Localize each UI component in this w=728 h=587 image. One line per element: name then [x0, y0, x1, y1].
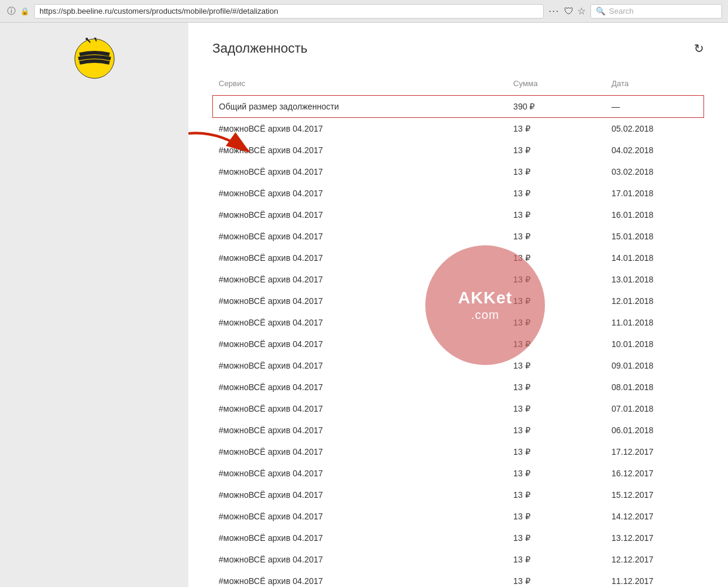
row-date: 10.01.2018: [605, 333, 703, 355]
browser-nav-icons: ⓘ 🔒: [6, 6, 29, 17]
row-amount: 13 ₽: [507, 355, 605, 376]
row-service: #можноВСЁ архив 04.2017: [213, 118, 508, 140]
table-row: #можноВСЁ архив 04.201713 ₽11.01.2018: [213, 312, 704, 333]
row-date: 12.01.2018: [605, 290, 703, 312]
row-service: #можноВСЁ архив 04.2017: [213, 441, 508, 463]
header-date: Дата: [605, 74, 703, 96]
row-amount: 13 ₽: [507, 118, 605, 140]
row-date: 15.12.2017: [605, 484, 703, 506]
row-service: #можноВСЁ архив 04.2017: [213, 333, 508, 355]
table-row: #можноВСЁ архив 04.201713 ₽17.01.2018: [213, 183, 704, 204]
row-amount: 13 ₽: [507, 161, 605, 183]
row-amount: 13 ₽: [507, 226, 605, 247]
row-date: 03.02.2018: [605, 161, 703, 183]
page-layout: Задолженность ↻ Сервис Сумма Дата Общий …: [0, 23, 728, 587]
header-service: Сервис: [213, 74, 508, 96]
sidebar: [0, 23, 188, 587]
row-date: 17.12.2017: [605, 441, 703, 463]
row-amount: 13 ₽: [507, 419, 605, 441]
table-row: #можноВСЁ архив 04.201713 ₽04.02.2018: [213, 139, 704, 161]
row-amount: 13 ₽: [507, 463, 605, 484]
row-service: #можноВСЁ архив 04.2017: [213, 312, 508, 333]
refresh-button[interactable]: ↻: [694, 41, 704, 56]
row-date: 06.01.2018: [605, 419, 703, 441]
row-date: 14.01.2018: [605, 247, 703, 269]
row-service: #можноВСЁ архив 04.2017: [213, 226, 508, 247]
row-service: #можноВСЁ архив 04.2017: [213, 183, 508, 204]
header-amount: Сумма: [507, 74, 605, 96]
row-date: 07.01.2018: [605, 398, 703, 419]
row-service: #можноВСЁ архив 04.2017: [213, 570, 508, 587]
total-amount: 390 ₽: [507, 96, 605, 118]
row-date: 11.12.2017: [605, 570, 703, 587]
svg-point-2: [86, 38, 88, 40]
table-row: #можноВСЁ архив 04.201713 ₽08.01.2018: [213, 376, 704, 398]
lock-icon: 🔒: [20, 7, 29, 16]
row-amount: 13 ₽: [507, 570, 605, 587]
table-row: #можноВСЁ архив 04.201713 ₽16.12.2017: [213, 463, 704, 484]
row-service: #можноВСЁ архив 04.2017: [213, 527, 508, 549]
row-service: #можноВСЁ архив 04.2017: [213, 398, 508, 419]
row-amount: 13 ₽: [507, 312, 605, 333]
table-row: #можноВСЁ архив 04.201713 ₽11.12.2017: [213, 570, 704, 587]
row-date: 13.12.2017: [605, 527, 703, 549]
table-row: #можноВСЁ архив 04.201713 ₽14.12.2017: [213, 506, 704, 527]
table-row: #можноВСЁ архив 04.201713 ₽17.12.2017: [213, 441, 704, 463]
address-bar[interactable]: https://spb.beeline.ru/customers/product…: [34, 4, 544, 19]
total-service: Общий размер задолженности: [213, 96, 508, 118]
row-amount: 13 ₽: [507, 247, 605, 269]
row-amount: 13 ₽: [507, 290, 605, 312]
table-row: #можноВСЁ архив 04.201713 ₽03.02.2018: [213, 161, 704, 183]
shield-icon: 🛡: [564, 6, 574, 17]
row-service: #можноВСЁ архив 04.2017: [213, 484, 508, 506]
row-amount: 13 ₽: [507, 484, 605, 506]
row-amount: 13 ₽: [507, 549, 605, 570]
page-title: Задолженность: [212, 41, 307, 56]
beeline-logo: [71, 35, 118, 83]
row-service: #можноВСЁ архив 04.2017: [213, 204, 508, 226]
row-service: #можноВСЁ архив 04.2017: [213, 139, 508, 161]
search-placeholder: Search: [609, 7, 633, 16]
table-row: #можноВСЁ архив 04.201713 ₽10.01.2018: [213, 333, 704, 355]
row-service: #можноВСЁ архив 04.2017: [213, 463, 508, 484]
table-row: #можноВСЁ архив 04.201713 ₽15.12.2017: [213, 484, 704, 506]
row-amount: 13 ₽: [507, 527, 605, 549]
row-amount: 13 ₽: [507, 204, 605, 226]
row-date: 12.12.2017: [605, 549, 703, 570]
row-service: #можноВСЁ архив 04.2017: [213, 549, 508, 570]
row-amount: 13 ₽: [507, 398, 605, 419]
row-amount: 13 ₽: [507, 269, 605, 290]
row-service: #можноВСЁ архив 04.2017: [213, 161, 508, 183]
row-date: 14.12.2017: [605, 506, 703, 527]
info-icon: ⓘ: [6, 6, 17, 17]
url-text: https://spb.beeline.ru/customers/product…: [39, 7, 278, 16]
row-service: #можноВСЁ архив 04.2017: [213, 247, 508, 269]
row-amount: 13 ₽: [507, 139, 605, 161]
row-date: 13.01.2018: [605, 269, 703, 290]
total-row: Общий размер задолженности 390 ₽ —: [213, 96, 704, 118]
table-row: #можноВСЁ архив 04.201713 ₽07.01.2018: [213, 398, 704, 419]
bookmark-icons: 🛡 ☆: [564, 5, 586, 17]
row-service: #можноВСЁ архив 04.2017: [213, 269, 508, 290]
row-date: 11.01.2018: [605, 312, 703, 333]
table-body: Общий размер задолженности 390 ₽ — #можн…: [213, 96, 704, 588]
row-date: 17.01.2018: [605, 183, 703, 204]
row-service: #можноВСЁ архив 04.2017: [213, 376, 508, 398]
row-date: 16.12.2017: [605, 463, 703, 484]
row-date: 15.01.2018: [605, 226, 703, 247]
browser-menu-button[interactable]: ···: [549, 5, 559, 17]
main-content: Задолженность ↻ Сервис Сумма Дата Общий …: [188, 23, 728, 587]
search-bar[interactable]: 🔍 Search: [590, 4, 722, 19]
star-icon: ☆: [577, 5, 586, 17]
table-row: #можноВСЁ архив 04.201713 ₽13.12.2017: [213, 527, 704, 549]
row-service: #можноВСЁ архив 04.2017: [213, 290, 508, 312]
row-service: #можноВСЁ архив 04.2017: [213, 419, 508, 441]
table-header: Сервис Сумма Дата: [213, 74, 704, 96]
table-row: #можноВСЁ архив 04.201713 ₽12.12.2017: [213, 549, 704, 570]
table-row: #можноВСЁ архив 04.201713 ₽14.01.2018: [213, 247, 704, 269]
debt-table: Сервис Сумма Дата Общий размер задолженн…: [212, 74, 704, 587]
row-amount: 13 ₽: [507, 441, 605, 463]
row-amount: 13 ₽: [507, 183, 605, 204]
table-row: #можноВСЁ архив 04.201713 ₽15.01.2018: [213, 226, 704, 247]
row-amount: 13 ₽: [507, 376, 605, 398]
